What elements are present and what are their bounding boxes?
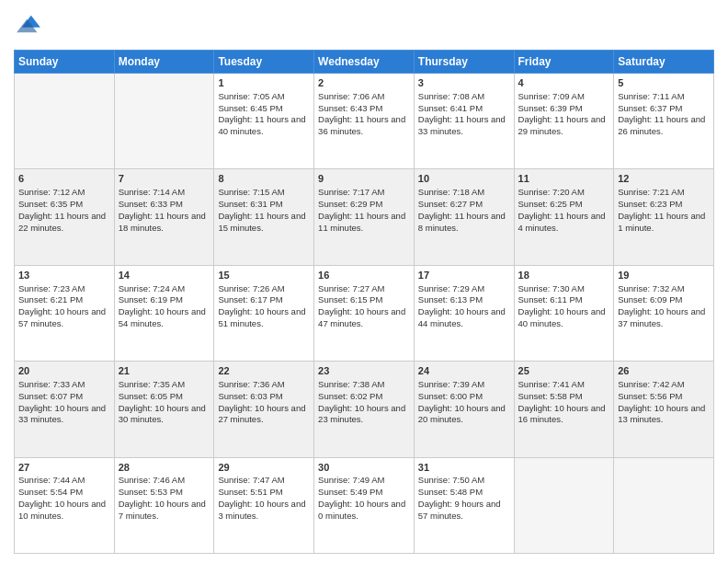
sunset-text: Sunset: 6:35 PM [18, 199, 83, 209]
day-number: 15 [218, 269, 310, 282]
sunrise-text: Sunrise: 7:27 AM [318, 283, 384, 293]
sunset-text: Sunset: 6:02 PM [318, 391, 382, 401]
sunset-text: Sunset: 6:23 PM [618, 199, 682, 209]
day-number: 1 [218, 76, 310, 90]
sunset-text: Sunset: 5:58 PM [518, 391, 583, 401]
daylight-text: Daylight: 11 hours and 8 minutes. [418, 211, 506, 233]
sunrise-text: Sunrise: 7:15 AM [218, 187, 284, 197]
sunrise-text: Sunrise: 7:18 AM [418, 187, 484, 197]
daylight-text: Daylight: 11 hours and 1 minute. [618, 211, 705, 233]
day-number: 23 [318, 364, 410, 378]
day-number: 9 [318, 172, 410, 186]
day-number: 5 [618, 76, 710, 90]
sunset-text: Sunset: 5:51 PM [218, 487, 282, 497]
day-number: 21 [119, 364, 210, 378]
day-number: 27 [18, 461, 110, 475]
day-number: 28 [119, 461, 210, 475]
day-number: 3 [418, 76, 510, 90]
day-number: 4 [518, 76, 610, 90]
sunset-text: Sunset: 6:37 PM [618, 103, 682, 113]
calendar-cell: 18Sunrise: 7:30 AMSunset: 6:11 PMDayligh… [514, 265, 614, 361]
daylight-text: Daylight: 10 hours and 20 minutes. [418, 403, 506, 425]
logo [14, 13, 41, 42]
daylight-text: Daylight: 10 hours and 10 minutes. [18, 499, 106, 521]
day-number: 22 [218, 364, 310, 378]
calendar-table: SundayMondayTuesdayWednesdayThursdayFrid… [14, 50, 714, 554]
calendar-cell: 16Sunrise: 7:27 AMSunset: 6:15 PMDayligh… [314, 265, 415, 361]
day-number: 31 [418, 461, 510, 475]
day-number: 6 [18, 172, 110, 186]
sunset-text: Sunset: 6:43 PM [318, 103, 382, 113]
calendar-cell: 28Sunrise: 7:46 AMSunset: 5:53 PMDayligh… [114, 457, 214, 553]
sunrise-text: Sunrise: 7:41 AM [518, 379, 585, 389]
sunrise-text: Sunrise: 7:30 AM [518, 283, 585, 293]
calendar-cell: 4Sunrise: 7:09 AMSunset: 6:39 PMDaylight… [514, 74, 614, 169]
sunrise-text: Sunrise: 7:17 AM [318, 187, 384, 197]
daylight-text: Daylight: 10 hours and 16 minutes. [518, 403, 606, 425]
daylight-text: Daylight: 10 hours and 51 minutes. [218, 306, 305, 328]
calendar-week-row: 6Sunrise: 7:12 AMSunset: 6:35 PMDaylight… [15, 169, 714, 265]
calendar-week-row: 27Sunrise: 7:44 AMSunset: 5:54 PMDayligh… [15, 457, 714, 553]
sunrise-text: Sunrise: 7:33 AM [18, 379, 85, 389]
sunrise-text: Sunrise: 7:50 AM [418, 475, 484, 485]
calendar-week-row: 20Sunrise: 7:33 AMSunset: 6:07 PMDayligh… [15, 362, 714, 457]
sunrise-text: Sunrise: 7:12 AM [18, 187, 85, 197]
day-number: 13 [18, 269, 110, 282]
daylight-text: Daylight: 11 hours and 40 minutes. [218, 114, 305, 136]
daylight-text: Daylight: 11 hours and 29 minutes. [518, 114, 606, 136]
calendar-cell: 1Sunrise: 7:05 AMSunset: 6:45 PMDaylight… [214, 74, 314, 169]
day-number: 30 [318, 461, 410, 475]
header [14, 9, 714, 42]
calendar-cell [514, 457, 614, 553]
sunset-text: Sunset: 6:07 PM [18, 391, 83, 401]
sunset-text: Sunset: 6:33 PM [119, 199, 183, 209]
sunset-text: Sunset: 5:48 PM [418, 487, 483, 497]
day-header-wednesday: Wednesday [314, 51, 415, 74]
daylight-text: Daylight: 10 hours and 57 minutes. [18, 306, 106, 328]
calendar-cell: 5Sunrise: 7:11 AMSunset: 6:37 PMDaylight… [614, 74, 714, 169]
daylight-text: Daylight: 11 hours and 36 minutes. [318, 114, 405, 136]
day-number: 8 [218, 172, 310, 186]
day-number: 14 [119, 269, 210, 282]
sunrise-text: Sunrise: 7:26 AM [218, 283, 284, 293]
sunrise-text: Sunrise: 7:24 AM [119, 283, 185, 293]
daylight-text: Daylight: 11 hours and 33 minutes. [418, 114, 506, 136]
calendar-cell: 31Sunrise: 7:50 AMSunset: 5:48 PMDayligh… [414, 457, 514, 553]
day-number: 24 [418, 364, 510, 378]
sunset-text: Sunset: 6:05 PM [119, 391, 183, 401]
calendar-cell [614, 457, 714, 553]
sunset-text: Sunset: 6:00 PM [418, 391, 483, 401]
calendar-cell: 15Sunrise: 7:26 AMSunset: 6:17 PMDayligh… [214, 265, 314, 361]
sunrise-text: Sunrise: 7:20 AM [518, 187, 585, 197]
day-number: 12 [618, 172, 710, 186]
day-number: 17 [418, 269, 510, 282]
daylight-text: Daylight: 10 hours and 37 minutes. [618, 306, 705, 328]
daylight-text: Daylight: 10 hours and 40 minutes. [518, 306, 606, 328]
calendar-cell: 30Sunrise: 7:49 AMSunset: 5:49 PMDayligh… [314, 457, 415, 553]
sunrise-text: Sunrise: 7:06 AM [318, 91, 384, 101]
daylight-text: Daylight: 10 hours and 47 minutes. [318, 306, 405, 328]
calendar-cell: 17Sunrise: 7:29 AMSunset: 6:13 PMDayligh… [414, 265, 514, 361]
sunset-text: Sunset: 6:09 PM [618, 294, 682, 304]
sunrise-text: Sunrise: 7:05 AM [218, 91, 284, 101]
daylight-text: Daylight: 11 hours and 11 minutes. [318, 211, 405, 233]
calendar-header-row: SundayMondayTuesdayWednesdayThursdayFrid… [15, 51, 714, 74]
calendar-cell: 12Sunrise: 7:21 AMSunset: 6:23 PMDayligh… [614, 169, 714, 265]
daylight-text: Daylight: 10 hours and 27 minutes. [218, 403, 305, 425]
page: SundayMondayTuesdayWednesdayThursdayFrid… [0, 0, 728, 563]
sunrise-text: Sunrise: 7:42 AM [618, 379, 684, 389]
day-number: 29 [218, 461, 310, 475]
sunset-text: Sunset: 5:53 PM [119, 487, 183, 497]
sunrise-text: Sunrise: 7:49 AM [318, 475, 384, 485]
sunset-text: Sunset: 6:45 PM [218, 103, 282, 113]
daylight-text: Daylight: 11 hours and 18 minutes. [119, 211, 206, 233]
calendar-cell: 29Sunrise: 7:47 AMSunset: 5:51 PMDayligh… [214, 457, 314, 553]
daylight-text: Daylight: 11 hours and 4 minutes. [518, 211, 606, 233]
day-number: 26 [618, 364, 710, 378]
day-number: 10 [418, 172, 510, 186]
sunset-text: Sunset: 5:54 PM [18, 487, 83, 497]
calendar-cell: 25Sunrise: 7:41 AMSunset: 5:58 PMDayligh… [514, 362, 614, 457]
calendar-cell: 14Sunrise: 7:24 AMSunset: 6:19 PMDayligh… [114, 265, 214, 361]
daylight-text: Daylight: 10 hours and 23 minutes. [318, 403, 405, 425]
calendar-cell: 9Sunrise: 7:17 AMSunset: 6:29 PMDaylight… [314, 169, 415, 265]
